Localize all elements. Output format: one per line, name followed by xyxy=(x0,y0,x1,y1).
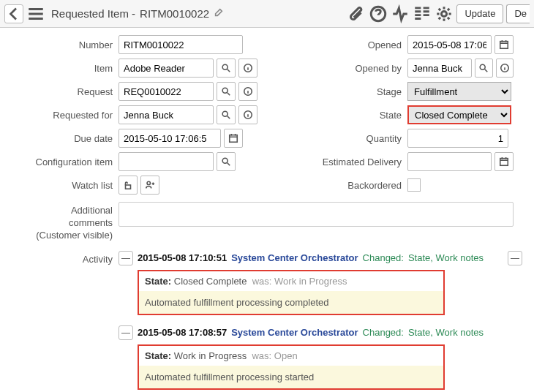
search-icon[interactable] xyxy=(217,59,236,78)
calendar-icon[interactable] xyxy=(494,152,514,171)
back-button[interactable] xyxy=(4,4,23,23)
changed-label: Changed: xyxy=(363,327,404,338)
changed-label: Changed: xyxy=(363,252,404,263)
svg-rect-11 xyxy=(230,135,238,143)
svg-point-15 xyxy=(147,181,150,184)
activity-note: Automated fulfillment processing started xyxy=(139,366,443,388)
activity-user-link[interactable]: System Center Orchestrator xyxy=(231,252,358,263)
number-field[interactable] xyxy=(119,35,243,54)
due-date-label: Due date xyxy=(9,133,119,144)
form-header: Requested Item - RITM0010022 Update De xyxy=(0,0,534,28)
item-field[interactable] xyxy=(119,59,214,78)
calendar-icon[interactable] xyxy=(224,129,243,148)
due-date-field[interactable] xyxy=(119,129,221,148)
info-icon[interactable] xyxy=(238,59,257,78)
activity-note: Automated fulfillment processing complet… xyxy=(139,291,443,314)
unlock-icon[interactable] xyxy=(119,176,138,195)
svg-rect-13 xyxy=(500,159,508,166)
svg-point-5 xyxy=(480,64,485,69)
help-icon[interactable] xyxy=(369,4,388,23)
requested-for-field[interactable] xyxy=(119,105,214,124)
opened-by-field[interactable] xyxy=(407,59,472,78)
stage-label: Stage xyxy=(283,86,407,97)
search-icon[interactable] xyxy=(217,105,236,124)
quantity-field[interactable] xyxy=(407,129,508,148)
state-select[interactable]: Closed Complete xyxy=(407,105,511,124)
activity-entry: — 2015-05-08 17:10:51 System Center Orch… xyxy=(119,251,516,315)
item-label: Item xyxy=(9,63,119,74)
collapse-icon[interactable]: — xyxy=(119,251,133,265)
calendar-icon[interactable] xyxy=(494,35,514,54)
config-item-field[interactable] xyxy=(119,152,214,171)
est-delivery-field[interactable] xyxy=(407,152,492,171)
activity-stream-icon[interactable] xyxy=(391,4,410,23)
svg-point-1 xyxy=(442,11,447,16)
activity-timestamp: 2015-05-08 17:08:57 xyxy=(138,327,227,338)
state-label: State xyxy=(283,110,407,121)
request-label: Request xyxy=(9,86,119,97)
request-field[interactable] xyxy=(119,82,214,101)
info-icon[interactable] xyxy=(496,59,514,78)
est-delivery-label: Estimated Delivery xyxy=(283,157,407,167)
activity-detail: State: Closed Complete was: Work in Prog… xyxy=(138,270,445,315)
info-icon[interactable] xyxy=(238,82,257,101)
number-label: Number xyxy=(9,39,119,50)
opened-label: Opened xyxy=(283,39,407,50)
svg-point-12 xyxy=(222,158,227,163)
watch-list-label: Watch list xyxy=(9,180,119,191)
svg-rect-2 xyxy=(500,42,508,49)
changed-fields: State, Work notes xyxy=(408,327,484,338)
info-icon[interactable] xyxy=(238,105,257,124)
search-icon[interactable] xyxy=(217,152,236,171)
activity-label: Activity xyxy=(9,251,119,265)
comments-input[interactable] xyxy=(119,202,514,227)
config-item-label: Configuration item xyxy=(9,157,119,167)
attachment-icon[interactable] xyxy=(347,4,366,23)
collapse-icon[interactable]: — xyxy=(119,325,133,340)
requested-for-label: Requested for xyxy=(9,110,119,121)
activity-timestamp: 2015-05-08 17:10:51 xyxy=(138,252,227,263)
comments-label: Additional comments (Customer visible) xyxy=(9,202,119,242)
collapse-all-icon[interactable]: — xyxy=(508,251,522,265)
activity-user-link[interactable]: System Center Orchestrator xyxy=(231,327,358,338)
stage-select[interactable]: Fulfillment xyxy=(407,82,511,101)
svg-point-3 xyxy=(222,64,227,69)
settings-icon[interactable] xyxy=(435,4,454,23)
quantity-label: Quantity xyxy=(283,133,407,144)
update-button[interactable]: Update xyxy=(456,4,503,23)
page-title: Requested Item - RITM0010022 xyxy=(51,7,224,20)
changed-fields: State, Work notes xyxy=(408,252,484,263)
svg-point-9 xyxy=(222,111,227,116)
edit-title-icon[interactable] xyxy=(214,7,224,20)
search-icon[interactable] xyxy=(475,59,493,78)
search-icon[interactable] xyxy=(217,82,236,101)
form-body: Number Opened Item Opened by Request xyxy=(0,28,534,392)
activity-list: — 2015-05-08 17:10:51 System Center Orch… xyxy=(119,251,525,392)
opened-by-label: Opened by xyxy=(283,63,407,74)
add-me-icon[interactable] xyxy=(140,176,159,195)
opened-field[interactable] xyxy=(407,35,492,54)
svg-rect-14 xyxy=(126,185,131,189)
menu-icon[interactable] xyxy=(26,4,45,23)
activity-detail: State: Work in Progress was: Open Automa… xyxy=(138,344,445,390)
delete-button[interactable]: De xyxy=(506,4,530,23)
form-layout-icon[interactable] xyxy=(413,4,432,23)
backordered-checkbox[interactable] xyxy=(407,178,421,192)
title-prefix: Requested Item - xyxy=(51,7,135,20)
activity-entry: — 2015-05-08 17:08:57 System Center Orch… xyxy=(119,325,516,390)
backordered-label: Backordered xyxy=(283,180,407,191)
title-record-id: RITM0010022 xyxy=(140,7,209,20)
svg-point-7 xyxy=(222,88,227,93)
